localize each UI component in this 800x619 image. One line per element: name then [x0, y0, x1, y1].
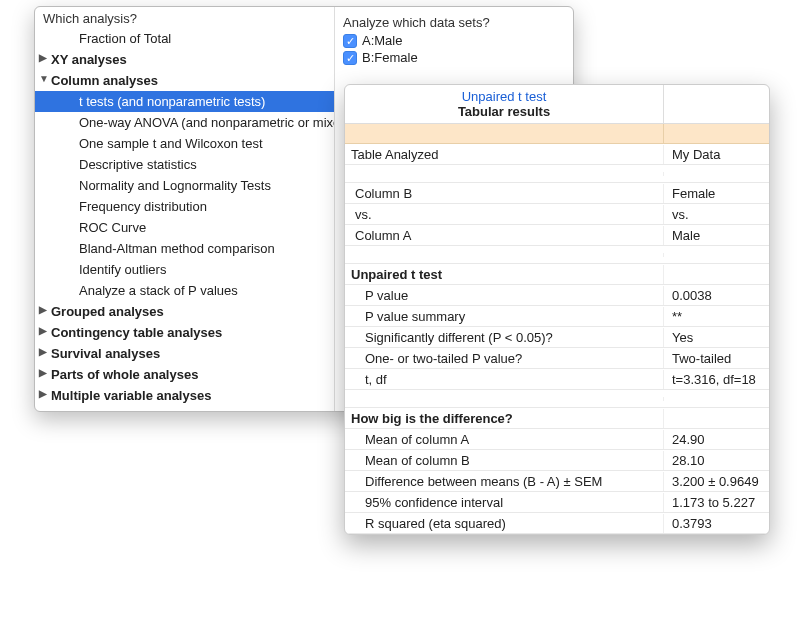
tree-item-ttests[interactable]: t tests (and nonparametric tests): [35, 91, 334, 112]
tree-item-anova[interactable]: One-way ANOVA (and nonparametric or mixe: [35, 112, 334, 133]
cell-value: 0.0038: [664, 286, 769, 305]
cell-value: Yes: [664, 328, 769, 347]
section-label: How big is the difference?: [345, 409, 664, 428]
datasets-header: Analyze which data sets?: [343, 11, 565, 32]
tree-label: Parts of whole analyses: [51, 367, 198, 382]
row-column-b: Column B Female: [345, 183, 769, 204]
cell-label: Significantly different (P < 0.05)?: [345, 328, 664, 347]
analysis-tree-pane: Which analysis? Fraction of Total ▶ XY a…: [35, 7, 335, 411]
cell-label: P value: [345, 286, 664, 305]
cell-label: Mean of column B: [345, 451, 664, 470]
row-tails: One- or two-tailed P value? Two-tailed: [345, 348, 769, 369]
row-section-diff: How big is the difference?: [345, 408, 769, 429]
cell-value: 3.200 ± 0.9649: [664, 472, 769, 491]
cell-value: Two-tailed: [664, 349, 769, 368]
chevron-right-icon: ▶: [39, 368, 49, 378]
tree-label: Multiple variable analyses: [51, 388, 211, 403]
cell-value: 24.90: [664, 430, 769, 449]
cell-value: 0.3793: [664, 514, 769, 533]
row-spacer: [345, 246, 769, 264]
row-table-analyzed: Table Analyzed My Data: [345, 144, 769, 165]
cell-label: t, df: [345, 370, 664, 389]
results-column-band: [345, 124, 769, 144]
row-vs: vs. vs.: [345, 204, 769, 225]
cell-label: P value summary: [345, 307, 664, 326]
cell-label: 95% confidence interval: [345, 493, 664, 512]
cell-label: Column A: [345, 226, 664, 245]
results-subtitle: Tabular results: [351, 104, 657, 119]
results-rows: Table Analyzed My Data Column B Female v…: [345, 144, 769, 534]
tree-item-one-sample[interactable]: One sample t and Wilcoxon test: [35, 133, 334, 154]
cell-label: Table Analyzed: [345, 145, 664, 164]
tree-label: XY analyses: [51, 52, 127, 67]
chevron-right-icon: ▶: [39, 389, 49, 399]
tree-item-descriptive[interactable]: Descriptive statistics: [35, 154, 334, 175]
tree-item-survival[interactable]: ▶ Survival analyses: [35, 343, 334, 364]
chevron-right-icon: ▶: [39, 305, 49, 315]
tree-item-bland-altman[interactable]: Bland-Altman method comparison: [35, 238, 334, 259]
chevron-right-icon: ▶: [39, 347, 49, 357]
row-mean-b: Mean of column B 28.10: [345, 450, 769, 471]
cell-value: vs.: [664, 205, 769, 224]
tree-item-grouped[interactable]: ▶ Grouped analyses: [35, 301, 334, 322]
cell-value: **: [664, 307, 769, 326]
row-psummary: P value summary **: [345, 306, 769, 327]
cell-label: One- or two-tailed P value?: [345, 349, 664, 368]
cell-label: Column B: [345, 184, 664, 203]
results-window: Unpaired t test Tabular results Table An…: [344, 84, 770, 535]
chevron-right-icon: ▶: [39, 53, 49, 63]
row-diff: Difference between means (B - A) ± SEM 3…: [345, 471, 769, 492]
dataset-label: A:Male: [362, 33, 402, 48]
tree-item-frequency[interactable]: Frequency distribution: [35, 196, 334, 217]
row-r2: R squared (eta squared) 0.3793: [345, 513, 769, 534]
cell-value: t=3.316, df=18: [664, 370, 769, 389]
row-section-test: Unpaired t test: [345, 264, 769, 285]
row-spacer: [345, 165, 769, 183]
tree-item-nested[interactable]: ▶ Nested analyses: [35, 406, 334, 411]
cell-value: Female: [664, 184, 769, 203]
cell-label: Mean of column A: [345, 430, 664, 449]
tree-label: Column analyses: [51, 73, 158, 88]
dataset-b-row[interactable]: ✓ B:Female: [343, 49, 565, 66]
results-title-link[interactable]: Unpaired t test: [351, 89, 657, 104]
tree-label: Grouped analyses: [51, 304, 164, 319]
tree-label: Survival analyses: [51, 346, 160, 361]
cell-label: R squared (eta squared): [345, 514, 664, 533]
tree-item-column-analyses[interactable]: ▼ Column analyses: [35, 70, 334, 91]
tree-item-normality[interactable]: Normality and Lognormality Tests: [35, 175, 334, 196]
tree-item-multiple-variable[interactable]: ▶ Multiple variable analyses: [35, 385, 334, 406]
checkbox-checked-icon[interactable]: ✓: [343, 34, 357, 48]
row-column-a: Column A Male: [345, 225, 769, 246]
cell-value: 1.173 to 5.227: [664, 493, 769, 512]
row-pvalue: P value 0.0038: [345, 285, 769, 306]
analysis-header: Which analysis?: [35, 7, 334, 28]
chevron-right-icon: ▶: [39, 326, 49, 336]
cell-value: Male: [664, 226, 769, 245]
section-label: Unpaired t test: [345, 265, 664, 284]
cell-label: Difference between means (B - A) ± SEM: [345, 472, 664, 491]
analysis-tree[interactable]: Fraction of Total ▶ XY analyses ▼ Column…: [35, 28, 334, 411]
tree-item-fraction-of-total[interactable]: Fraction of Total: [35, 28, 334, 49]
dataset-a-row[interactable]: ✓ A:Male: [343, 32, 565, 49]
dataset-label: B:Female: [362, 50, 418, 65]
tree-label: Nested analyses: [51, 409, 153, 412]
tree-label: Contingency table analyses: [51, 325, 222, 340]
tree-item-xy-analyses[interactable]: ▶ XY analyses: [35, 49, 334, 70]
tree-item-parts-of-whole[interactable]: ▶ Parts of whole analyses: [35, 364, 334, 385]
cell-value: My Data: [664, 145, 769, 164]
results-header: Unpaired t test Tabular results: [345, 85, 769, 124]
checkbox-checked-icon[interactable]: ✓: [343, 51, 357, 65]
tree-item-pvalue-stack[interactable]: Analyze a stack of P values: [35, 280, 334, 301]
cell-value: 28.10: [664, 451, 769, 470]
row-mean-a: Mean of column A 24.90: [345, 429, 769, 450]
row-ci: 95% confidence interval 1.173 to 5.227: [345, 492, 769, 513]
row-significant: Significantly different (P < 0.05)? Yes: [345, 327, 769, 348]
chevron-down-icon: ▼: [39, 74, 49, 84]
tree-item-outliers[interactable]: Identify outliers: [35, 259, 334, 280]
row-spacer: [345, 390, 769, 408]
row-tdf: t, df t=3.316, df=18: [345, 369, 769, 390]
chevron-right-icon: ▶: [39, 410, 49, 411]
tree-item-roc[interactable]: ROC Curve: [35, 217, 334, 238]
cell-label: vs.: [345, 205, 664, 224]
tree-item-contingency[interactable]: ▶ Contingency table analyses: [35, 322, 334, 343]
